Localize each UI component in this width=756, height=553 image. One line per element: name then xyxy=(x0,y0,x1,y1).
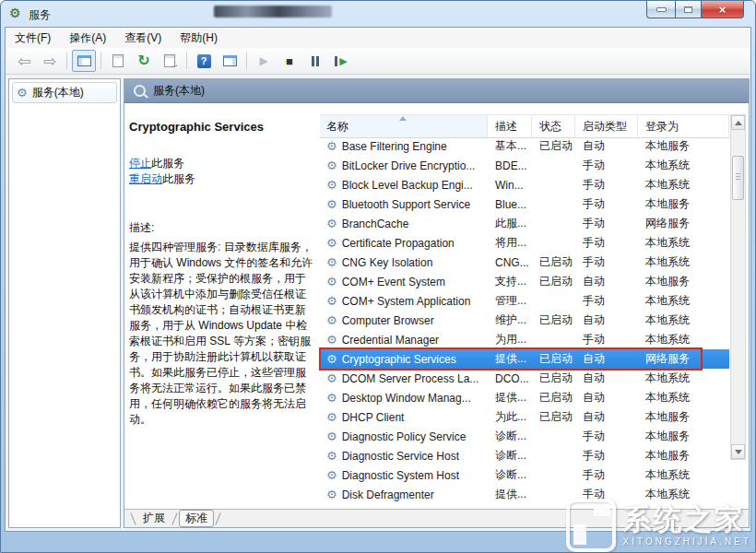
column-header-logon-as[interactable]: 登录为 xyxy=(638,115,729,137)
service-row[interactable]: ⚙ Certificate Propagation 将用... 手动 本地系统 xyxy=(320,233,729,253)
service-row[interactable]: ⚙ Diagnostic Service Host 诊断... 手动 本地服务 xyxy=(320,446,729,465)
export-list-button[interactable]: → xyxy=(158,50,182,72)
service-description: 诊断... xyxy=(488,448,532,464)
menu-item[interactable]: 查看(V) xyxy=(115,28,171,49)
description-text: 提供四种管理服务: 目录数据库服务，用于确认 Windows 文件的签名和允许安… xyxy=(129,240,314,428)
column-header-description[interactable]: 描述 xyxy=(488,115,532,137)
tree-item-services-local[interactable]: ⚙ 服务(本地) xyxy=(12,82,117,103)
service-logon-as: 本地系统 xyxy=(638,312,729,328)
service-icon: ⚙ xyxy=(326,411,337,423)
service-description: 此服... xyxy=(488,216,532,231)
properties-button[interactable] xyxy=(106,50,130,72)
service-row[interactable]: ⚙ Desktop Window Manag... 提供... 已启动 自动 本… xyxy=(320,388,729,407)
column-label: 描述 xyxy=(495,119,517,135)
pause-service-button[interactable] xyxy=(303,50,327,72)
service-icon: ⚙ xyxy=(326,159,337,171)
restart-icon: ▶ xyxy=(335,56,347,66)
service-status: 已启动 xyxy=(532,351,575,367)
service-name: CNG Key Isolation xyxy=(342,256,433,269)
service-startup-type: 手动 xyxy=(575,158,638,173)
service-name: COM+ System Application xyxy=(342,295,471,308)
show-action-pane-button[interactable] xyxy=(218,50,242,72)
show-console-tree-button[interactable] xyxy=(72,50,96,72)
help-icon: ? xyxy=(197,54,211,68)
menu-item[interactable]: 操作(A) xyxy=(60,28,115,49)
service-row[interactable]: ⚙ COM+ System Application 管理... 手动 本地系统 xyxy=(320,291,729,311)
service-description: 管理... xyxy=(488,293,532,309)
service-name: Disk Defragmenter xyxy=(342,488,434,501)
service-description: BDE... xyxy=(488,159,532,172)
help-button[interactable]: ? xyxy=(192,50,216,72)
column-header-name[interactable]: 名称 xyxy=(320,115,488,137)
scroll-up-button[interactable] xyxy=(731,115,745,130)
console-tree-panel: ⚙ 服务(本地) xyxy=(8,78,121,528)
service-row[interactable]: ⚙ DCOM Server Process La... DCO... 已启动 自… xyxy=(320,369,729,388)
scroll-down-button[interactable] xyxy=(731,444,745,459)
scrollbar-thumb[interactable] xyxy=(732,156,744,200)
service-logon-as: 本地系统 xyxy=(638,371,729,386)
service-row[interactable]: ⚙ Block Level Backup Engi... Win... 手动 本… xyxy=(320,175,729,194)
service-row[interactable]: ⚙ Cryptographic Services 提供... 已启动 自动 网络… xyxy=(320,349,729,369)
service-row[interactable]: ⚙ Credential Manager 为用... 手动 本地系统 xyxy=(320,330,729,349)
start-service-button[interactable]: ▶ xyxy=(252,50,276,72)
service-row[interactable]: ⚙ DHCP Client 为此... 已启动 自动 本地服务 xyxy=(320,407,729,427)
watermark-subtitle: XITONGZHIJIA.NET xyxy=(623,536,752,547)
pane-body: Cryptographic Services 停止此服务 重启动此服务 描述: … xyxy=(124,103,749,509)
service-name: Desktop Window Manag... xyxy=(342,392,471,405)
service-logon-as: 本地服务 xyxy=(638,448,729,464)
service-description: 将用... xyxy=(488,235,532,251)
tab-extended[interactable]: 扩展 xyxy=(137,510,171,527)
service-icon: ⚙ xyxy=(326,334,337,346)
service-row[interactable]: ⚙ Base Filtering Engine 基本... 已启动 自动 本地服… xyxy=(320,136,729,156)
service-logon-as: 本地系统 xyxy=(638,332,729,347)
close-button[interactable]: × xyxy=(702,1,744,18)
service-startup-type: 手动 xyxy=(575,332,638,347)
service-row[interactable]: ⚙ BranchCache 此服... 手动 网络服务 xyxy=(320,214,729,233)
service-logon-as: 网络服务 xyxy=(638,351,729,367)
refresh-button[interactable]: ↻ xyxy=(132,50,156,72)
service-row[interactable]: ⚙ Computer Browser 维护... 已启动 自动 本地系统 xyxy=(320,311,729,330)
column-label: 启动类型 xyxy=(583,119,627,135)
service-logon-as: 本地系统 xyxy=(638,235,729,251)
column-header-status[interactable]: 状态 xyxy=(532,115,575,137)
service-row[interactable]: ⚙ Disk Defragmenter 提供... 手动 本地系统 xyxy=(320,485,729,504)
service-name: Diagnostic System Host xyxy=(342,469,459,482)
service-row[interactable]: ⚙ Diagnostic Policy Service 诊断... 手动 本地服… xyxy=(320,427,729,446)
forward-button[interactable]: ⇨ xyxy=(38,50,62,72)
column-label: 状态 xyxy=(539,119,561,135)
toolbar-separator xyxy=(186,53,187,69)
service-description: Blue... xyxy=(488,198,532,211)
stop-service-button[interactable]: ■ xyxy=(278,50,301,72)
service-row[interactable]: ⚙ BitLocker Drive Encryptio... BDE... 手动… xyxy=(320,156,729,175)
menu-item[interactable]: 文件(F) xyxy=(6,28,60,49)
service-row[interactable]: ⚙ Bluetooth Support Service Blue... 手动 本… xyxy=(320,194,729,214)
service-description: DCO... xyxy=(488,372,532,385)
maximize-button[interactable] xyxy=(675,1,702,18)
service-startup-type: 自动 xyxy=(575,409,638,425)
forward-icon: ⇨ xyxy=(43,53,56,69)
description-label: 描述: xyxy=(129,220,314,236)
service-startup-type: 自动 xyxy=(575,138,638,154)
back-button[interactable]: ⇦ xyxy=(12,50,36,72)
service-name: DHCP Client xyxy=(342,411,405,424)
vertical-scrollbar[interactable] xyxy=(730,114,746,460)
minimize-button[interactable] xyxy=(646,1,675,18)
service-row[interactable]: ⚙ Diagnostic System Host 诊断... 手动 本地系统 xyxy=(320,465,729,485)
service-description: 诊断... xyxy=(488,467,532,483)
service-name: Computer Browser xyxy=(342,314,434,327)
service-row[interactable]: ⚙ CNG Key Isolation CNG... 已启动 手动 本地系统 xyxy=(320,253,729,272)
services-window: ⚙ 服务 × 文件(F)操作(A)查看(V)帮助(H) ⇦ ⇨ ↻ xyxy=(0,0,756,553)
service-row[interactable]: ⚙ COM+ Event System 支持... 已启动 自动 本地服务 xyxy=(320,272,729,291)
service-name: Credential Manager xyxy=(342,334,439,347)
service-name: Certificate Propagation xyxy=(342,237,455,250)
tab-standard[interactable]: 标准 xyxy=(179,510,214,527)
toolbar: ⇦ ⇨ ↻ → ? ▶ ■ ▶ xyxy=(6,48,750,75)
service-name: DCOM Server Process La... xyxy=(342,372,479,385)
titlebar[interactable]: ⚙ 服务 × xyxy=(1,1,755,27)
restart-service-button[interactable]: ▶ xyxy=(329,50,353,72)
stop-service-link[interactable]: 停止 xyxy=(129,157,151,170)
service-logon-as: 本地系统 xyxy=(638,390,729,406)
restart-service-link[interactable]: 重启动 xyxy=(129,172,162,185)
column-header-startup-type[interactable]: 启动类型 xyxy=(575,115,638,137)
menu-item[interactable]: 帮助(H) xyxy=(171,28,227,49)
